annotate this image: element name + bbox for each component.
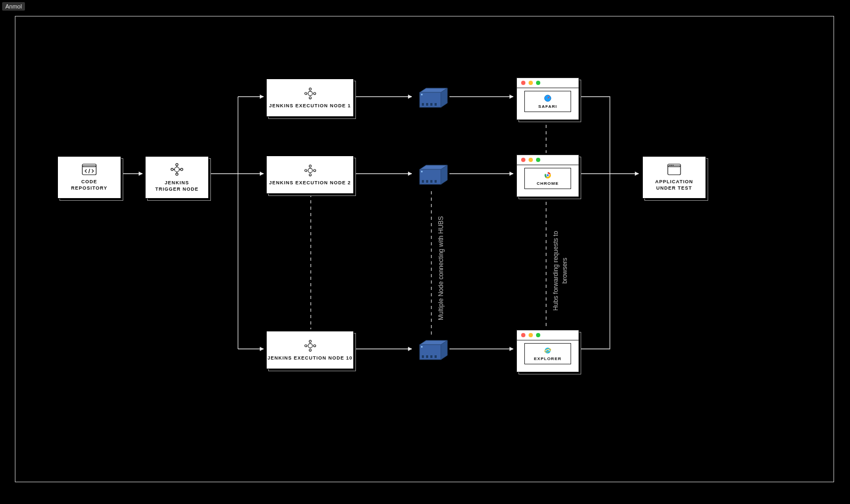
svg-point-38 <box>308 344 312 348</box>
exec10-node: JENKINS EXECUTION NODE 10 <box>266 331 354 369</box>
svg-point-42 <box>313 345 316 347</box>
safari-window: SAFARI <box>516 78 579 120</box>
explorer-window: EXPLORER <box>516 330 579 372</box>
app-label-2: UNDER TEST <box>655 185 693 191</box>
svg-rect-55 <box>426 180 428 183</box>
application-icon <box>667 164 681 175</box>
svg-rect-46 <box>422 103 424 106</box>
svg-rect-65 <box>435 355 437 358</box>
trigger-label-2: TRIGGER NODE <box>155 186 199 192</box>
window-controls <box>517 155 579 165</box>
trigger-node: JENKINS TRIGGER NODE <box>145 156 209 199</box>
code-repo-label-2: REPOSITORY <box>71 185 108 191</box>
window-controls <box>517 78 579 88</box>
minimize-icon <box>529 158 533 162</box>
forwarding-caption: Hubs forwarding requests to browsers <box>551 223 570 319</box>
window-controls <box>517 330 579 340</box>
watermark-badge: Anmol <box>2 2 25 11</box>
close-icon <box>521 81 525 85</box>
hubs-caption: Multiple Node connecting with HUBS <box>437 215 446 321</box>
svg-point-58 <box>421 171 423 173</box>
svg-point-69 <box>546 174 549 176</box>
code-repo-node: CODE REPOSITORY <box>57 156 121 199</box>
svg-rect-57 <box>435 180 437 183</box>
exec2-label: JENKINS EXECUTION NODE 2 <box>269 180 351 185</box>
svg-point-22 <box>171 168 173 170</box>
maximize-icon <box>536 333 540 337</box>
svg-point-30 <box>309 97 311 99</box>
app-label-1: APPLICATION <box>655 178 693 185</box>
svg-point-23 <box>181 168 183 170</box>
ie-icon <box>544 347 551 354</box>
svg-point-40 <box>309 349 311 351</box>
exec1-node: JENKINS EXECUTION NODE 1 <box>266 79 354 117</box>
chrome-icon <box>544 172 551 179</box>
svg-point-33 <box>308 168 312 173</box>
chrome-label: CHROME <box>537 181 559 186</box>
exec1-label: JENKINS EXECUTION NODE 1 <box>269 103 351 108</box>
chrome-window: CHROME <box>516 155 579 197</box>
svg-point-37 <box>313 169 316 172</box>
svg-point-66 <box>421 346 423 348</box>
svg-point-28 <box>308 91 312 96</box>
svg-rect-63 <box>426 355 428 358</box>
svg-point-31 <box>304 92 307 95</box>
svg-point-32 <box>313 92 316 95</box>
exec10-label: JENKINS EXECUTION NODE 10 <box>267 355 352 361</box>
svg-rect-64 <box>430 355 432 358</box>
svg-rect-48 <box>430 103 432 106</box>
jenkins-icon <box>304 164 317 177</box>
maximize-icon <box>536 81 540 85</box>
code-repo-label-1: CODE <box>71 178 108 185</box>
close-icon <box>521 158 525 162</box>
svg-point-74 <box>669 165 670 166</box>
jenkins-icon <box>304 339 317 352</box>
svg-point-39 <box>309 340 311 343</box>
close-icon <box>521 333 525 337</box>
svg-point-41 <box>304 345 307 347</box>
svg-rect-47 <box>426 103 428 106</box>
code-repo-icon <box>82 164 97 175</box>
svg-point-75 <box>671 165 672 166</box>
svg-rect-49 <box>435 103 437 106</box>
svg-point-29 <box>309 88 311 90</box>
jenkins-icon <box>304 87 317 100</box>
minimize-icon <box>529 81 533 85</box>
svg-point-19 <box>175 167 180 172</box>
svg-point-20 <box>176 164 178 166</box>
safari-label: SAFARI <box>538 104 557 109</box>
minimize-icon <box>529 333 533 337</box>
hub-icon-1 <box>415 86 452 112</box>
svg-point-76 <box>673 165 674 166</box>
svg-point-34 <box>309 165 311 167</box>
hub-icon-3 <box>415 338 452 364</box>
maximize-icon <box>536 158 540 162</box>
svg-point-50 <box>421 94 423 96</box>
explorer-label: EXPLORER <box>534 356 562 361</box>
jenkins-icon <box>170 163 184 176</box>
application-under-test-node: APPLICATION UNDER TEST <box>642 156 706 199</box>
safari-icon <box>544 95 551 102</box>
svg-rect-62 <box>422 355 424 358</box>
hub-icon-2 <box>415 163 452 189</box>
svg-point-35 <box>309 174 311 176</box>
svg-rect-56 <box>430 180 432 183</box>
trigger-label-1: JENKINS <box>155 180 199 186</box>
svg-point-36 <box>304 169 307 172</box>
svg-rect-54 <box>422 180 424 183</box>
svg-point-21 <box>176 173 178 175</box>
exec2-node: JENKINS EXECUTION NODE 2 <box>266 156 354 194</box>
